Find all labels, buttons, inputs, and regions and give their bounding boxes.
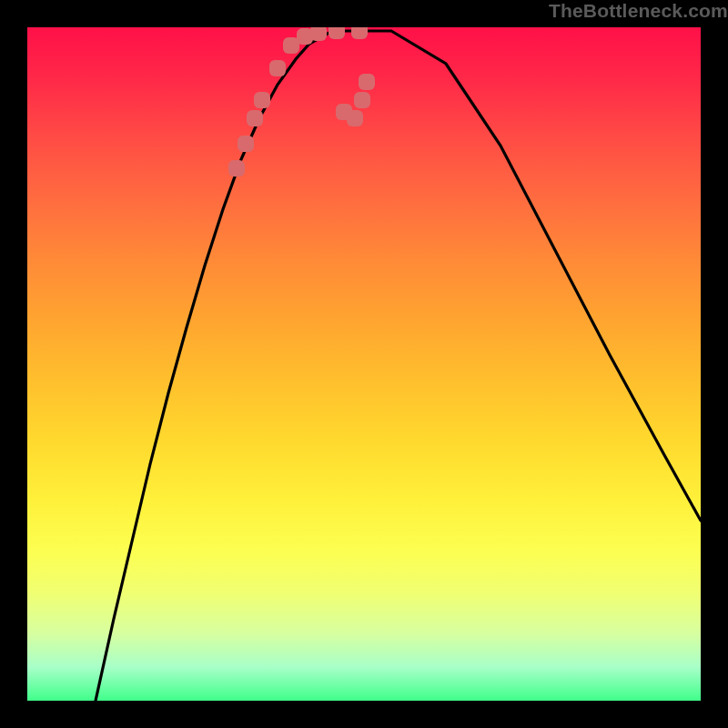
data-marker (359, 74, 375, 90)
data-marker (354, 92, 370, 108)
chart-frame: TheBottleneck.com (0, 0, 728, 728)
data-marker (347, 110, 363, 126)
data-marker (310, 27, 327, 41)
data-marker (238, 136, 254, 152)
data-marker (269, 60, 286, 76)
data-marker (329, 27, 345, 39)
bottleneck-curve (96, 31, 701, 701)
plot-area (27, 27, 701, 701)
watermark-text: TheBottleneck.com (455, 0, 728, 27)
data-marker (228, 160, 245, 177)
marker-group (228, 27, 375, 177)
data-marker (351, 27, 368, 39)
chart-svg (27, 27, 701, 701)
data-marker (247, 110, 263, 126)
data-marker (254, 92, 270, 108)
